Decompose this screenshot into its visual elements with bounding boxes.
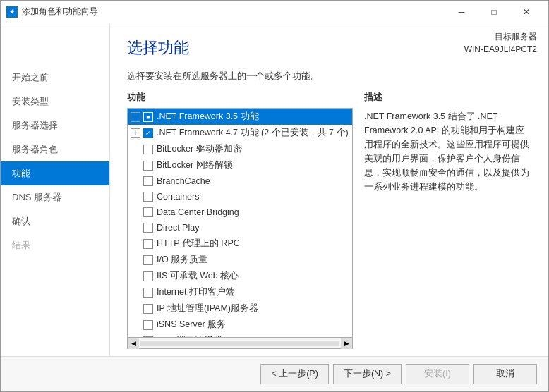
top-right-info: 目标服务器 WIN-EA9JLI4PCT2 (464, 30, 537, 56)
expand-placeholder (131, 271, 140, 281)
close-button[interactable]: ✕ (510, 1, 543, 23)
feature-label: Data Center Bridging (157, 207, 239, 217)
feature-item-f9[interactable]: HTTP 代理上的 RPC (128, 235, 352, 252)
feature-checkbox[interactable] (143, 255, 153, 265)
main-wrapper: 目标服务器 WIN-EA9JLI4PCT2 选择功能 选择要安装在所选服务器上的… (110, 23, 548, 356)
expand-placeholder (131, 223, 140, 233)
sidebar-item-确认[interactable]: 确认 (1, 209, 109, 233)
feature-label: BranchCache (157, 176, 210, 186)
title-bar-left: ✦ 添加角色和功能向导 (6, 6, 98, 18)
content-area: 开始之前安装类型服务器选择服务器角色功能DNS 服务器确认结果 目标服务器 WI… (1, 23, 548, 356)
horizontal-scrollbar: ◀ ▶ (127, 338, 353, 349)
features-label: 功能 (127, 91, 353, 104)
expand-placeholder (131, 207, 140, 217)
description-label: 描述 (364, 91, 531, 104)
feature-item-f3[interactable]: BitLocker 驱动器加密 (128, 141, 352, 157)
feature-item-f6[interactable]: Containers (128, 189, 352, 204)
description-prompt: 选择要安装在所选服务器上的一个或多个功能。 (127, 70, 531, 82)
scroll-right-button[interactable]: ▶ (341, 338, 352, 349)
title-bar-controls: ─ □ ✕ (445, 1, 543, 23)
feature-label: IP 地址管理(IPAM)服务器 (157, 302, 258, 314)
feature-checkbox[interactable] (143, 288, 153, 298)
scrollbar-track (140, 341, 339, 346)
feature-label: Containers (157, 192, 199, 202)
next-button[interactable]: 下一步(N) > (333, 364, 402, 384)
target-server-label: 目标服务器 (464, 30, 537, 43)
feature-label: I/O 服务质量 (157, 254, 207, 266)
expand-placeholder (131, 192, 140, 202)
sidebar-item-DNS_服务器[interactable]: DNS 服务器 (1, 185, 109, 209)
sidebar-item-服务器选择[interactable]: 服务器选择 (1, 114, 109, 137)
expand-placeholder (131, 176, 140, 186)
feature-item-f14[interactable]: iSNS Server 服务 (128, 317, 352, 333)
feature-label: HTTP 代理上的 RPC (157, 238, 240, 250)
feature-item-f15[interactable]: LPR 端口监视器 (128, 333, 352, 338)
sidebar: 开始之前安装类型服务器选择服务器角色功能DNS 服务器确认结果 (1, 23, 110, 356)
feature-label: Direct Play (157, 223, 199, 233)
feature-label: Internet 打印客户端 (157, 286, 235, 298)
feature-item-f7[interactable]: Data Center Bridging (128, 204, 352, 220)
feature-item-f13[interactable]: IP 地址管理(IPAM)服务器 (128, 300, 352, 317)
features-panel: 功能 −■.NET Framework 3.5 功能+✓.NET Framewo… (127, 91, 353, 349)
feature-checkbox[interactable] (143, 239, 153, 249)
cancel-button[interactable]: 取消 (473, 364, 537, 384)
feature-label: BitLocker 驱动器加密 (157, 143, 242, 155)
feature-checkbox[interactable] (143, 336, 153, 338)
expand-placeholder (131, 288, 140, 298)
maximize-button[interactable]: □ (478, 1, 510, 23)
description-text: .NET Framework 3.5 结合了 .NET Framework 2.… (364, 109, 531, 194)
features-list[interactable]: −■.NET Framework 3.5 功能+✓.NET Framework … (127, 108, 353, 338)
feature-checkbox[interactable] (143, 192, 153, 202)
sidebar-item-开始之前[interactable]: 开始之前 (1, 66, 109, 90)
feature-checkbox[interactable] (143, 271, 153, 281)
feature-label: .NET Framework 4.7 功能 (2 个已安装，共 7 个) (157, 127, 349, 139)
feature-item-f10[interactable]: I/O 服务质量 (128, 252, 352, 268)
feature-checkbox[interactable] (143, 320, 153, 330)
main-content: 选择功能 选择要安装在所选服务器上的一个或多个功能。 功能 −■.NET Fra… (110, 23, 548, 356)
sidebar-item-服务器角色[interactable]: 服务器角色 (1, 137, 109, 161)
server-name: WIN-EA9JLI4PCT2 (464, 43, 537, 56)
expand-icon[interactable]: + (131, 128, 140, 138)
feature-item-f1[interactable]: −■.NET Framework 3.5 功能 (128, 109, 352, 125)
two-col: 功能 −■.NET Framework 3.5 功能+✓.NET Framewo… (127, 91, 531, 349)
expand-placeholder (131, 145, 140, 154)
minimize-button[interactable]: ─ (445, 1, 478, 23)
feature-checkbox[interactable] (143, 161, 153, 171)
feature-item-f11[interactable]: IIS 可承载 Web 核心 (128, 268, 352, 284)
expand-placeholder (131, 255, 140, 265)
feature-checkbox[interactable] (143, 304, 153, 314)
expand-icon[interactable]: − (131, 112, 140, 122)
title-bar-text: 添加角色和功能向导 (22, 6, 98, 18)
sidebar-item-安装类型[interactable]: 安装类型 (1, 90, 109, 114)
expand-placeholder (131, 336, 140, 338)
install-button[interactable]: 安装(I) (406, 364, 469, 384)
feature-item-f8[interactable]: Direct Play (128, 220, 352, 235)
feature-checkbox[interactable] (143, 223, 153, 233)
expand-placeholder (131, 239, 140, 249)
feature-checkbox[interactable] (143, 145, 153, 154)
feature-item-f4[interactable]: BitLocker 网络解锁 (128, 157, 352, 173)
feature-checkbox[interactable]: ■ (143, 112, 153, 122)
window: ✦ 添加角色和功能向导 ─ □ ✕ 开始之前安装类型服务器选择服务器角色功能DN… (0, 0, 549, 392)
title-bar: ✦ 添加角色和功能向导 ─ □ ✕ (1, 1, 548, 23)
feature-label: BitLocker 网络解锁 (157, 159, 233, 171)
feature-checkbox[interactable]: ✓ (143, 128, 153, 138)
footer: < 上一步(P) 下一步(N) > 安装(I) 取消 (1, 356, 548, 391)
feature-item-f2[interactable]: +✓.NET Framework 4.7 功能 (2 个已安装，共 7 个) (128, 125, 352, 141)
app-icon: ✦ (6, 6, 18, 18)
feature-label: IIS 可承载 Web 核心 (157, 270, 239, 282)
feature-item-f12[interactable]: Internet 打印客户端 (128, 284, 352, 300)
sidebar-item-结果: 结果 (1, 233, 109, 257)
back-button[interactable]: < 上一步(P) (260, 364, 328, 384)
expand-placeholder (131, 161, 140, 171)
feature-label: iSNS Server 服务 (157, 319, 226, 331)
expand-placeholder (131, 320, 140, 330)
description-panel: 描述 .NET Framework 3.5 结合了 .NET Framework… (364, 91, 531, 349)
expand-placeholder (131, 304, 140, 314)
scroll-left-button[interactable]: ◀ (128, 338, 139, 349)
feature-checkbox[interactable] (143, 207, 153, 217)
feature-label: LPR 端口监视器 (157, 335, 222, 338)
feature-checkbox[interactable] (143, 176, 153, 186)
sidebar-item-功能[interactable]: 功能 (1, 161, 109, 185)
feature-item-f5[interactable]: BranchCache (128, 173, 352, 189)
